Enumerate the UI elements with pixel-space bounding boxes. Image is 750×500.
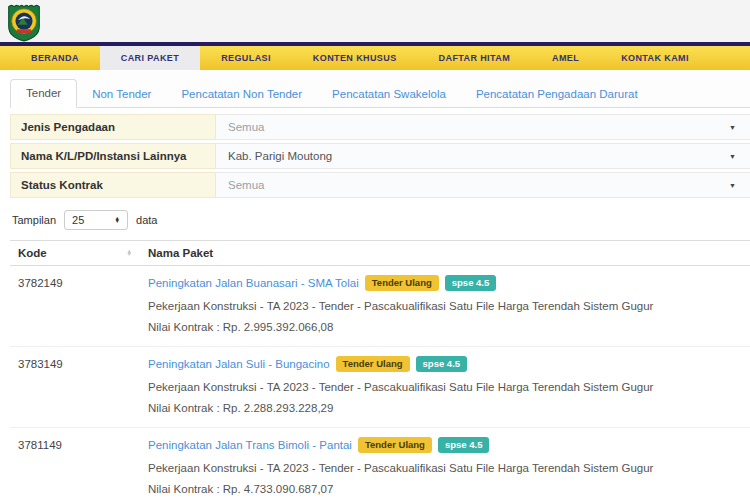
column-label: Nama Paket [148,247,213,259]
nama-cell: Peningkatan Jalan Suli - Bungacino Tende… [138,347,750,427]
top-header [0,0,750,42]
filter-label: Nama K/L/PD/Instansi Lainnya [10,143,216,169]
nav-item-daftar-hitam[interactable]: DAFTAR HITAM [418,46,531,70]
tab-non-tender[interactable]: Non Tender [77,81,166,108]
nilai-kontrak: Nilai Kontrak : Rp. 2.995.392.066,08 [148,321,740,333]
table-row: 3782149 Peningkatan Jalan Buanasari - SM… [10,266,750,347]
caret-down-icon: ▼ [729,182,738,189]
kode-cell: 3781149 [10,428,138,500]
column-header-kode[interactable]: Kode ▲▼ [10,247,138,259]
instansi-select[interactable]: Kab. Parigi Moutong ▼ [216,143,750,169]
spse-version-badge: spse 4.5 [445,275,497,291]
filter-label: Jenis Pengadaan [10,114,216,140]
status-kontrak-select[interactable]: Semua ▼ [216,172,750,198]
nama-cell: Peningkatan Jalan Trans Bimoli - Pantai … [138,428,750,500]
column-header-nama-paket: Nama Paket [138,247,750,259]
status-badge: Tender Ulang [365,275,439,291]
page-size-select[interactable]: 25 ▲▼ [64,210,128,230]
tab-pencatatan-non-tender[interactable]: Pencatatan Non Tender [166,81,317,108]
nilai-kontrak: Nilai Kontrak : Rp. 4.733.090.687,07 [148,483,740,495]
page-size-suffix: data [136,214,157,226]
nav-item-beranda[interactable]: BERANDA [10,46,100,70]
filter-row-jenis-pengadaan: Jenis Pengadaan Semua ▼ [10,114,750,140]
filter-row-status-kontrak: Status Kontrak Semua ▼ [10,172,750,198]
page-size-control: Tampilan 25 ▲▼ data [12,210,750,230]
table-row: 3783149 Peningkatan Jalan Suli - Bungaci… [10,347,750,428]
status-badge: Tender Ulang [358,437,432,453]
page-size-value: 25 [72,214,84,226]
page: BERANDA CARI PAKET REGULASI KONTEN KHUSU… [0,0,750,500]
table-row: 3781149 Peningkatan Jalan Trans Bimoli -… [10,428,750,500]
main-navigation: BERANDA CARI PAKET REGULASI KONTEN KHUSU… [0,46,750,70]
package-link[interactable]: Peningkatan Jalan Buanasari - SMA Tolai [148,277,359,289]
nav-item-konten-khusus[interactable]: KONTEN KHUSUS [292,46,418,70]
nilai-kontrak: Nilai Kontrak : Rp. 2.288.293.228,29 [148,402,740,414]
package-link[interactable]: Peningkatan Jalan Trans Bimoli - Pantai [148,439,352,451]
package-title-line: Peningkatan Jalan Trans Bimoli - Pantai … [148,437,740,453]
tab-pencatatan-swakelola[interactable]: Pencatatan Swakelola [317,81,461,108]
tab-tender[interactable]: Tender [10,79,77,108]
caret-down-icon: ▼ [729,153,738,160]
filter-row-instansi: Nama K/L/PD/Instansi Lainnya Kab. Parigi… [10,143,750,169]
sort-icon[interactable]: ▲▼ [127,250,132,257]
select-value: Semua [228,121,264,133]
package-description: Pekerjaan Konstruksi - TA 2023 - Tender … [148,300,740,312]
filter-panel: Jenis Pengadaan Semua ▼ Nama K/L/PD/Inst… [10,114,750,198]
up-down-arrows-icon: ▲▼ [115,217,120,224]
filter-label: Status Kontrak [10,172,216,198]
package-description: Pekerjaan Konstruksi - TA 2023 - Tender … [148,381,740,393]
kode-cell: 3782149 [10,266,138,346]
nav-item-cari-paket[interactable]: CARI PAKET [100,46,200,70]
package-description: Pekerjaan Konstruksi - TA 2023 - Tender … [148,462,740,474]
status-badge: Tender Ulang [336,356,410,372]
parigi-moutong-emblem-icon[interactable] [6,2,42,46]
nav-item-kontak-kami[interactable]: KONTAK KAMI [600,46,710,70]
package-link[interactable]: Peningkatan Jalan Suli - Bungacino [148,358,330,370]
package-title-line: Peningkatan Jalan Suli - Bungacino Tende… [148,356,740,372]
tab-pencatatan-pengadaan-darurat[interactable]: Pencatatan Pengadaan Darurat [461,81,653,108]
nav-item-regulasi[interactable]: REGULASI [200,46,292,70]
nama-cell: Peningkatan Jalan Buanasari - SMA Tolai … [138,266,750,346]
spse-version-badge: spse 4.5 [416,356,468,372]
column-label: Kode [18,247,47,259]
caret-down-icon: ▼ [729,124,738,131]
package-table: Kode ▲▼ Nama Paket 3782149 Peningkatan J… [10,240,750,500]
content-area: Tender Non Tender Pencatatan Non Tender … [10,70,750,500]
select-value: Semua [228,179,264,191]
page-size-prefix: Tampilan [12,214,56,226]
jenis-pengadaan-select[interactable]: Semua ▼ [216,114,750,140]
nav-item-amel[interactable]: AMEL [531,46,600,70]
spse-version-badge: spse 4.5 [438,437,490,453]
kode-cell: 3783149 [10,347,138,427]
table-header: Kode ▲▼ Nama Paket [10,241,750,266]
category-tabs: Tender Non Tender Pencatatan Non Tender … [10,70,750,108]
select-value: Kab. Parigi Moutong [228,150,332,162]
package-title-line: Peningkatan Jalan Buanasari - SMA Tolai … [148,275,740,291]
